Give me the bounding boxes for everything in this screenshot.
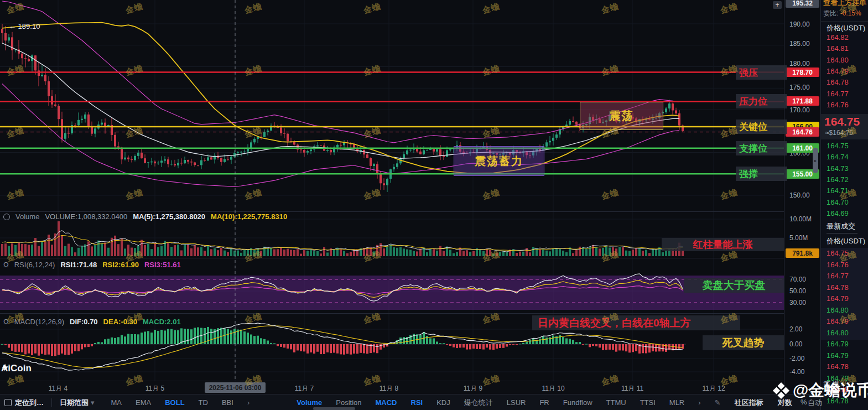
- date-range-button[interactable]: 日期范围: [60, 398, 89, 408]
- axis-tick: 185.00: [789, 40, 810, 48]
- tab-x[interactable]: ›: [698, 398, 700, 407]
- price-annotation: ← 189.10: [9, 22, 40, 30]
- tab-ema[interactable]: EMA: [136, 398, 151, 407]
- locate-icon[interactable]: [4, 399, 12, 406]
- ask-row[interactable]: 164.77: [827, 90, 849, 98]
- trade-row[interactable]: 164.79: [827, 317, 849, 325]
- volume-ma5: MA(5):1,275,380.8020: [133, 212, 205, 221]
- axis-tick: 5.00M: [789, 234, 808, 242]
- add-order-button[interactable]: +: [773, 1, 782, 9]
- date-label: 11月 5: [145, 384, 164, 393]
- trade-row[interactable]: 164.79: [827, 294, 849, 303]
- bid-row[interactable]: 164.75: [827, 142, 849, 150]
- trade-row[interactable]: 164.76: [827, 261, 849, 269]
- axis-tick: 170.00: [789, 106, 810, 114]
- channel-logo-icon: [772, 382, 790, 399]
- bid-row[interactable]: 164.74: [827, 153, 849, 161]
- macd-value: MACD:2.01: [143, 318, 181, 326]
- ratio-label: 委比:: [823, 9, 838, 17]
- chart-area[interactable]: ← 189.10 + Volume VOLUME:1,008,332.0400 …: [0, 0, 784, 381]
- consolidation-box: 震荡蓄力: [454, 146, 544, 176]
- trade-row[interactable]: 164.79: [827, 351, 849, 360]
- axis-tick: 50.00: [789, 287, 806, 295]
- bell-icon[interactable]: Ω: [3, 318, 9, 326]
- tab-xxxx[interactable]: 爆仓统计: [464, 398, 493, 408]
- tab-td[interactable]: TD: [199, 398, 208, 407]
- ask-row[interactable]: 164.79: [827, 67, 849, 75]
- trade-row[interactable]: 164.78: [827, 283, 849, 292]
- toolbar-scroll-thumb[interactable]: [313, 407, 355, 410]
- orderbook-panel[interactable]: 查看上方挂单 委比: -0.15% 价格(USDT) 164.75 ≈$164.…: [820, 0, 868, 410]
- tab-fundflow[interactable]: Fundflow: [563, 398, 592, 407]
- axis-tick: 30.00: [789, 299, 806, 307]
- bid-row[interactable]: 164.73: [827, 164, 849, 173]
- ask-row[interactable]: 164.76: [827, 101, 849, 109]
- trade-row[interactable]: 164.75: [827, 249, 849, 257]
- tab-x[interactable]: ✎: [715, 398, 721, 407]
- level-label-key[interactable]: 关键位: [736, 120, 787, 134]
- tab-mlr[interactable]: MLR: [669, 398, 684, 407]
- view-upper-orders-link[interactable]: 查看上方挂单: [823, 0, 866, 8]
- panel-collapse-handle[interactable]: ▸: [813, 148, 818, 173]
- trade-row[interactable]: 164.80: [827, 329, 849, 337]
- tab-bbi[interactable]: BBI: [222, 398, 233, 407]
- trade-row[interactable]: 164.78: [827, 362, 849, 371]
- ask-row[interactable]: 164.82: [827, 33, 849, 41]
- date-axis[interactable]: 2025-11-06 03:00 11月 411月 511月 711月 811月…: [0, 381, 820, 395]
- tab-fr[interactable]: FR: [539, 398, 549, 407]
- level-label-strong-support[interactable]: 强撑: [736, 167, 787, 181]
- macd-dea-value: DEA:-0.30: [103, 318, 137, 326]
- tab-x[interactable]: ›: [247, 398, 250, 407]
- volume-alert-icon[interactable]: [3, 214, 10, 220]
- axis-tick: -4.00: [789, 368, 804, 376]
- rsi-title[interactable]: RSI(6,12,24): [14, 261, 55, 269]
- trade-row[interactable]: 164.80: [827, 306, 849, 314]
- tab-rsi[interactable]: RSI: [411, 398, 423, 407]
- tab-xxxx[interactable]: 社区指标: [735, 398, 763, 408]
- ask-row[interactable]: 164.78: [827, 78, 849, 86]
- tab-ma[interactable]: MA: [111, 398, 122, 407]
- bottom-toolbar: 定位到… 日期范围 ▾ MAEMABOLLTDBBI›VolumePositio…: [0, 394, 820, 410]
- axis-badge: 178.70: [786, 68, 819, 77]
- crosshair-date-label: 2025-11-06 03:00: [205, 382, 266, 393]
- bell-icon[interactable]: Ω: [3, 261, 9, 269]
- bid-row[interactable]: 164.71: [827, 186, 849, 195]
- chevron-down-icon[interactable]: ▾: [91, 398, 95, 407]
- bid-row[interactable]: 164.70: [827, 198, 849, 206]
- tab-volume[interactable]: Volume: [297, 398, 322, 407]
- rsi3-value: RSI3:51.61: [144, 261, 181, 269]
- date-label: 11月 9: [464, 384, 482, 393]
- axis-badge: 195.32: [786, 0, 819, 8]
- tab-lsur[interactable]: LSUR: [507, 398, 526, 407]
- volume-ma10: MA(10):1,225,775.8310: [211, 212, 287, 221]
- level-label-support[interactable]: 支撑位: [736, 141, 787, 155]
- tab-position[interactable]: Position: [336, 398, 361, 407]
- price-axis[interactable]: 190.00185.00180.00175.00170.00160.00150.…: [784, 0, 821, 394]
- locate-button[interactable]: 定位到…: [15, 398, 44, 408]
- ratio-value: -0.15%: [840, 9, 861, 17]
- bid-row[interactable]: 164.72: [827, 175, 849, 184]
- volume-title[interactable]: Volume: [15, 212, 39, 221]
- ratio-row: 委比: -0.15%: [823, 9, 861, 18]
- tab-boll[interactable]: BOLL: [165, 398, 184, 407]
- bid-row[interactable]: 164.69: [827, 209, 849, 217]
- tab-kdj[interactable]: KDJ: [436, 398, 450, 407]
- trade-row[interactable]: 164.77: [827, 272, 849, 280]
- macd-title[interactable]: MACD(12,26,9): [14, 318, 64, 326]
- level-label-strong-resistance[interactable]: 强压: [736, 65, 787, 80]
- tab-ttsi[interactable]: TTSI: [640, 398, 656, 407]
- axis-tick: 150.00: [789, 191, 810, 199]
- ask-row[interactable]: 164.81: [827, 44, 849, 53]
- ask-row[interactable]: 164.80: [827, 56, 849, 64]
- date-label: 11月 10: [542, 384, 564, 393]
- note-volume-rising: 红柱量能上涨: [662, 238, 784, 251]
- axis-tick: 180.00: [789, 60, 810, 68]
- date-label: 11月 11: [621, 384, 643, 393]
- tab-macd[interactable]: MACD: [376, 398, 397, 407]
- level-label-resistance[interactable]: 压力位: [736, 94, 787, 108]
- trade-row[interactable]: 164.79: [827, 340, 849, 348]
- toolbar-divider: [51, 398, 52, 407]
- rsi1-value: RSI1:71.48: [60, 261, 97, 269]
- last-price-block[interactable]: 164.75 ≈$164.75: [821, 114, 868, 139]
- tab-ttmu[interactable]: TTMU: [606, 398, 626, 407]
